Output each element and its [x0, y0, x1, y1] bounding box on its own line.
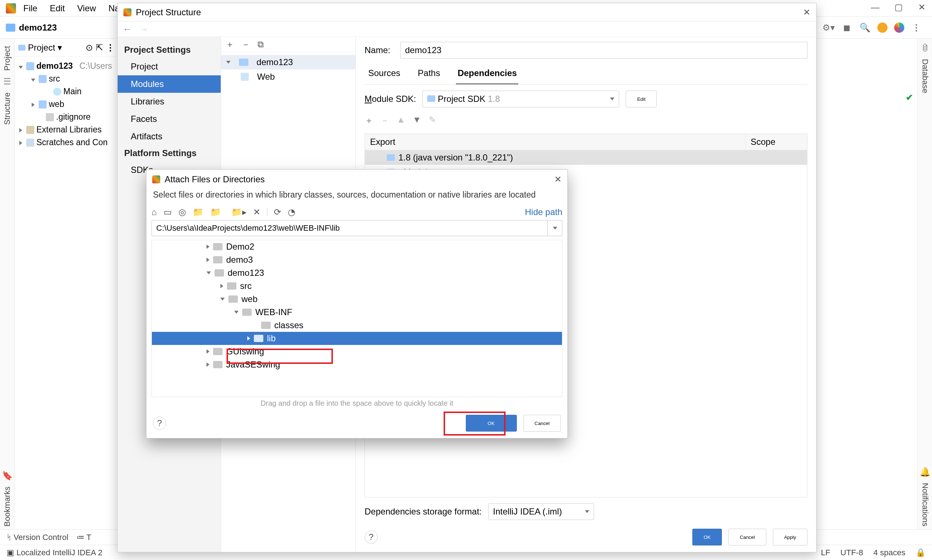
status-todo[interactable]: ≔ T — [77, 533, 91, 542]
dir-guiswing[interactable]: GUIswing — [152, 345, 562, 358]
structure-icon[interactable]: ☰ — [2, 76, 12, 86]
inspection-status-icon[interactable]: ✔ — [906, 92, 913, 103]
cancel-button[interactable]: Cancel — [728, 529, 766, 545]
module-row-demo123[interactable]: demo123 — [221, 55, 355, 69]
apply-button[interactable]: Apply — [773, 529, 807, 545]
more-actions-icon[interactable]: ⋮ — [911, 22, 923, 34]
help-button[interactable]: ? — [364, 531, 378, 544]
cat-facets[interactable]: Facets — [118, 110, 221, 128]
cat-libraries[interactable]: Libraries — [118, 93, 221, 110]
module-dir-icon[interactable]: 📁▸ — [231, 207, 247, 217]
tree-gitignore[interactable]: .gitignore — [56, 112, 91, 122]
module-name-input[interactable] — [400, 42, 807, 58]
project-dir-icon[interactable]: ◎ — [179, 207, 186, 217]
tree-root[interactable]: demo123 — [36, 61, 73, 71]
tree-src[interactable]: src — [49, 74, 60, 84]
dep-down-button[interactable]: ▼ — [413, 115, 421, 126]
status-encoding[interactable]: UTF-8 — [841, 548, 863, 557]
tab-sources[interactable]: Sources — [367, 65, 402, 85]
close-button[interactable]: ✕ — [917, 2, 927, 12]
menu-edit[interactable]: Edit — [45, 1, 70, 15]
refresh-icon[interactable]: ⟳ — [274, 207, 281, 217]
toolwindow-database-tab[interactable]: Database — [920, 56, 930, 96]
menu-file[interactable]: File — [18, 1, 43, 15]
cat-artifacts[interactable]: Artifacts — [118, 128, 221, 145]
run-config-dropdown[interactable]: ⚙▾ — [823, 22, 835, 34]
desktop-icon[interactable]: ▭ — [164, 207, 172, 217]
dir-src[interactable]: src — [152, 280, 562, 292]
storage-format-label: Dependencies storage format: — [364, 506, 482, 517]
search-icon[interactable]: 🔍 — [859, 22, 871, 34]
remove-module-button[interactable]: － — [241, 38, 250, 50]
tips-icon[interactable] — [877, 23, 887, 33]
nav-back-button[interactable]: ← — [123, 24, 131, 34]
attach-title: Attach Files or Directories — [165, 174, 265, 185]
attach-close-button[interactable]: ✕ — [554, 174, 562, 185]
dialog-close-button[interactable]: ✕ — [803, 7, 810, 17]
breadcrumb-project[interactable]: demo123 — [19, 23, 57, 33]
path-input[interactable] — [151, 220, 548, 236]
home-icon[interactable]: ⌂ — [151, 207, 157, 217]
project-view-dropdown[interactable]: Project ▾ — [18, 43, 62, 53]
storage-format-select[interactable]: IntelliJ IDEA (.iml) — [488, 503, 594, 520]
tree-web[interactable]: web — [49, 99, 64, 109]
add-module-button[interactable]: ＋ — [225, 38, 234, 50]
tree-ext-libs[interactable]: External Libraries — [36, 125, 102, 135]
project-tree[interactable]: demo123 C:\Users src Main web .gitignore… — [15, 57, 119, 152]
status-line-sep[interactable]: LF — [821, 548, 830, 557]
dep-add-button[interactable]: ＋ — [364, 115, 373, 126]
module-row-web[interactable]: Web — [221, 69, 355, 84]
menu-view[interactable]: View — [72, 1, 101, 15]
maximize-button[interactable]: ▢ — [893, 2, 904, 12]
database-icon[interactable]: 🛢 — [920, 43, 930, 53]
dep-row-jdk[interactable]: 1.8 (java version "1.8.0_221") — [365, 150, 807, 165]
cat-project[interactable]: Project — [118, 58, 221, 75]
attach-subtitle: Select files or directories in which lib… — [147, 189, 568, 204]
toolwindow-structure-tab[interactable]: Structure — [3, 89, 12, 128]
hide-path-link[interactable]: Hide path — [525, 207, 562, 217]
edit-sdk-button[interactable]: Edit — [626, 91, 657, 107]
dir-javase[interactable]: JavaSESwing — [152, 358, 562, 371]
cat-modules[interactable]: Modules — [118, 75, 221, 93]
attach-help-button[interactable]: ? — [153, 417, 166, 430]
col-export[interactable]: Export — [365, 134, 745, 150]
delete-icon[interactable]: ✕ — [253, 207, 261, 217]
module-sdk-select[interactable]: Project SDK 1.8 — [423, 91, 619, 107]
stop-button[interactable]: ◼ — [841, 22, 853, 34]
bookmarks-icon[interactable]: 🔖 — [2, 471, 12, 481]
show-hidden-icon[interactable]: ◔ — [288, 207, 295, 217]
collapse-all-icon[interactable]: ⇱ — [96, 43, 103, 53]
select-opened-file-icon[interactable]: ⊙ — [86, 43, 93, 53]
status-indent[interactable]: 4 spaces — [873, 548, 906, 557]
path-history-dropdown[interactable] — [548, 220, 562, 236]
new-folder-icon[interactable]: 📁 — [193, 207, 204, 217]
dir-demo3[interactable]: demo3 — [152, 253, 562, 266]
status-lock-icon[interactable]: 🔒 — [916, 548, 926, 557]
dir-web[interactable]: web — [152, 292, 562, 306]
dir-lib-selected[interactable]: lib — [152, 332, 562, 345]
ok-button[interactable]: OK — [692, 529, 722, 545]
tab-dependencies[interactable]: Dependencies — [456, 65, 518, 85]
toolwindow-project-tab[interactable]: Project — [3, 43, 12, 74]
minimize-button[interactable]: — — [870, 2, 880, 12]
file-tree[interactable]: Demo2 demo3 demo123 src web WEB-INF clas… — [151, 240, 562, 397]
project-more-icon[interactable]: ⋮ — [106, 43, 116, 53]
copy-module-button[interactable]: ⧉ — [258, 39, 264, 49]
dep-up-button: ▲ — [397, 115, 405, 126]
dir-classes[interactable]: classes — [152, 319, 562, 332]
tree-main[interactable]: Main — [63, 86, 82, 97]
tab-paths[interactable]: Paths — [416, 65, 441, 85]
col-scope[interactable]: Scope — [745, 134, 807, 150]
status-vcs[interactable]: ᛋ Version Control — [6, 533, 68, 542]
dir-demo123[interactable]: demo123 — [152, 266, 562, 280]
notifications-icon[interactable]: 🔔 — [920, 467, 930, 477]
dep-remove-button: － — [381, 115, 389, 126]
dir-demo2[interactable]: Demo2 — [152, 240, 562, 253]
toolwindow-notifications-tab[interactable]: Notifications — [920, 480, 930, 529]
attach-cancel-button[interactable]: Cancel — [523, 415, 561, 432]
dir-webinf[interactable]: WEB-INF — [152, 306, 562, 319]
toolwindow-bookmarks-tab[interactable]: Bookmarks — [3, 484, 12, 529]
tree-scratches[interactable]: Scratches and Con — [36, 137, 108, 148]
code-with-me-icon[interactable] — [894, 23, 904, 33]
attach-ok-button[interactable]: OK — [466, 415, 517, 432]
